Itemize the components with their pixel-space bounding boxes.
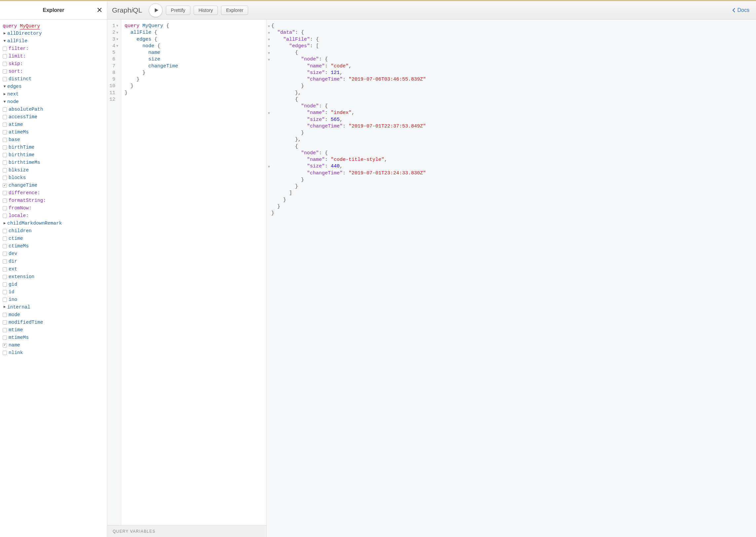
checkbox[interactable]: [3, 54, 7, 59]
checkbox[interactable]: [3, 160, 7, 165]
caret-right-icon[interactable]: ▶: [3, 221, 7, 226]
tree-row-childmarkdownremark[interactable]: ▶childMarkdownRemark: [3, 220, 105, 227]
tree-row-limit[interactable]: limit:: [3, 53, 105, 60]
checkbox[interactable]: [3, 351, 7, 355]
checkbox[interactable]: [3, 320, 7, 325]
tree-row-edges[interactable]: ▼edges: [3, 83, 105, 91]
checkbox[interactable]: [3, 259, 7, 264]
checkbox[interactable]: [3, 176, 7, 180]
checkbox[interactable]: [3, 343, 7, 348]
run-button[interactable]: [149, 3, 162, 17]
checkbox[interactable]: [3, 47, 7, 51]
checkbox[interactable]: [3, 62, 7, 66]
checkbox[interactable]: [3, 298, 7, 302]
checkbox[interactable]: [3, 123, 7, 127]
checkbox[interactable]: [3, 130, 7, 134]
checkbox[interactable]: [3, 138, 7, 142]
query-heading[interactable]: query MyQuery: [3, 23, 105, 30]
code-area[interactable]: query MyQuery { allFile { edges { node {…: [121, 20, 181, 525]
tree-row-changetime[interactable]: changeTime: [3, 182, 105, 189]
checkbox[interactable]: [3, 198, 7, 203]
tree-row-filter[interactable]: filter:: [3, 45, 105, 53]
close-icon[interactable]: ✕: [97, 6, 103, 15]
tree-row-difference[interactable]: difference:: [3, 189, 105, 197]
tree-row-blksize[interactable]: blksize: [3, 166, 105, 174]
tree-row-id[interactable]: id: [3, 288, 105, 296]
result-code[interactable]: { "data": { "allFile": { "edges": [ { "n…: [267, 20, 756, 537]
tree-row-absolutepath[interactable]: absolutePath: [3, 106, 105, 113]
tree-row-ext[interactable]: ext: [3, 266, 105, 273]
tree-row-gid[interactable]: gid: [3, 281, 105, 288]
tree-row-internal[interactable]: ▶internal: [3, 304, 105, 311]
tree-row-formatstring[interactable]: formatString:: [3, 197, 105, 204]
docs-button[interactable]: Docs: [730, 7, 751, 13]
checkbox[interactable]: [3, 252, 7, 256]
tree-row-atimems[interactable]: atimeMs: [3, 129, 105, 136]
explorer-button[interactable]: Explorer: [221, 6, 248, 15]
tree-row-dir[interactable]: dir: [3, 258, 105, 265]
checkbox[interactable]: [3, 336, 7, 340]
caret-right-icon[interactable]: ▶: [3, 92, 7, 97]
tree-row-children[interactable]: children: [3, 227, 105, 235]
checkbox[interactable]: [3, 328, 7, 332]
query-variables-bar[interactable]: Query Variables: [108, 525, 266, 537]
tree-row-sort[interactable]: sort:: [3, 68, 105, 75]
checkbox[interactable]: [3, 214, 7, 218]
checkbox[interactable]: [3, 153, 7, 157]
caret-down-icon[interactable]: ▼: [3, 100, 7, 105]
tree-row-next[interactable]: ▶next: [3, 91, 105, 98]
tree-row-allfile[interactable]: ▼allFile: [3, 37, 105, 45]
tree-row-fromnow[interactable]: fromNow:: [3, 204, 105, 212]
checkbox[interactable]: [3, 168, 7, 172]
tree-row-ino[interactable]: ino: [3, 296, 105, 304]
checkbox[interactable]: [3, 77, 7, 81]
checkbox[interactable]: [3, 69, 7, 74]
tree-row-skip[interactable]: skip:: [3, 60, 105, 68]
caret-right-icon[interactable]: ▶: [3, 305, 7, 310]
tree-row-base[interactable]: base: [3, 136, 105, 144]
caret-down-icon[interactable]: ▼: [3, 39, 7, 44]
tree-row-ctimems[interactable]: ctimeMs: [3, 242, 105, 250]
checkbox[interactable]: [3, 282, 7, 287]
explorer-body[interactable]: query MyQuery ▶allDirectory▼allFilefilte…: [0, 20, 107, 537]
tree-row-mtimems[interactable]: mtimeMs: [3, 334, 105, 342]
tree-row-mode[interactable]: mode: [3, 311, 105, 319]
tree-row-node[interactable]: ▼node: [3, 98, 105, 106]
tree-row-modifiedtime[interactable]: modifiedTime: [3, 319, 105, 326]
checkbox[interactable]: [3, 290, 7, 294]
tree-row-mtime[interactable]: mtime: [3, 326, 105, 334]
tree-row-birthtime[interactable]: birthTime: [3, 144, 105, 151]
checkbox[interactable]: [3, 313, 7, 317]
tree-row-blocks[interactable]: blocks: [3, 174, 105, 182]
checkbox[interactable]: [3, 183, 7, 187]
tree-row-alldirectory[interactable]: ▶allDirectory: [3, 30, 105, 37]
checkbox[interactable]: [3, 191, 7, 195]
result-pane[interactable]: ▼▼▼▼▼▼▼▼ { "data": { "allFile": { "edges…: [267, 20, 756, 537]
tree-row-distinct[interactable]: distinct: [3, 75, 105, 83]
query-editor[interactable]: 1▼2▼3▼4▼5 6 7 8 9 10 11 12 query MyQuery…: [108, 20, 267, 537]
field-tree[interactable]: ▶allDirectory▼allFilefilter:limit:skip:s…: [3, 30, 105, 357]
checkbox[interactable]: [3, 267, 7, 271]
prettify-button[interactable]: Prettify: [166, 6, 190, 15]
checkbox[interactable]: [3, 244, 7, 248]
checkbox[interactable]: [3, 275, 7, 279]
tree-row-extension[interactable]: extension: [3, 273, 105, 281]
checkbox[interactable]: [3, 145, 7, 149]
tree-row-birthtime[interactable]: birthtime: [3, 151, 105, 159]
tree-row-name[interactable]: name: [3, 342, 105, 349]
checkbox[interactable]: [3, 107, 7, 112]
tree-row-birthtimems[interactable]: birthtimeMs: [3, 159, 105, 166]
tree-row-ctime[interactable]: ctime: [3, 235, 105, 242]
checkbox[interactable]: [3, 115, 7, 119]
caret-down-icon[interactable]: ▼: [3, 84, 7, 90]
tree-row-nlink[interactable]: nlink: [3, 349, 105, 357]
checkbox[interactable]: [3, 206, 7, 210]
checkbox[interactable]: [3, 229, 7, 233]
tree-row-accesstime[interactable]: accessTime: [3, 113, 105, 121]
tree-row-atime[interactable]: atime: [3, 121, 105, 129]
caret-right-icon[interactable]: ▶: [3, 31, 7, 36]
tree-row-locale[interactable]: locale:: [3, 212, 105, 220]
history-button[interactable]: History: [194, 6, 218, 15]
checkbox[interactable]: [3, 236, 7, 241]
tree-row-dev[interactable]: dev: [3, 250, 105, 258]
